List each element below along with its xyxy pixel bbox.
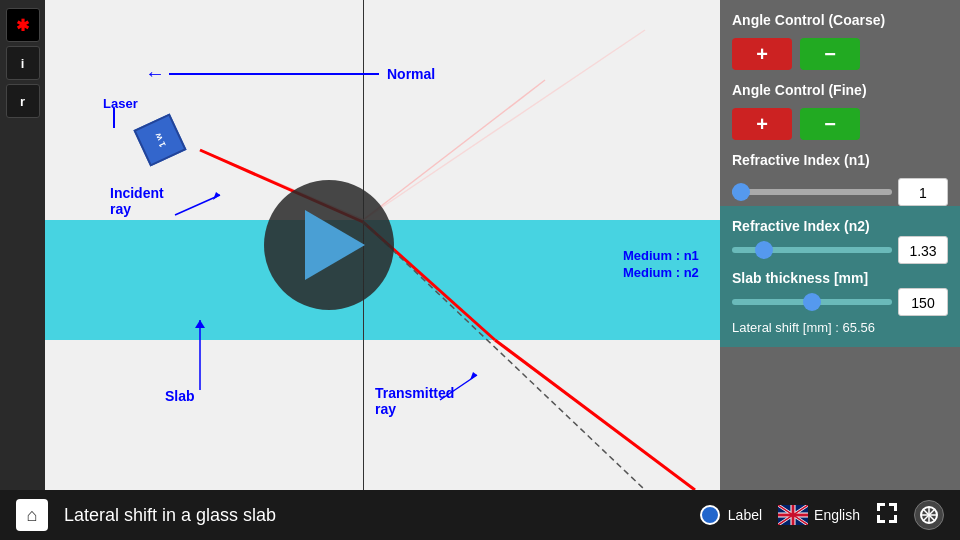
svg-line-7	[175, 195, 220, 215]
n2-label: Refractive Index (n2)	[732, 218, 948, 234]
svg-line-2	[363, 30, 645, 220]
r-button[interactable]: r	[6, 84, 40, 118]
thickness-value: 150	[898, 288, 948, 316]
left-sidebar: ✱ i r	[0, 0, 45, 490]
n2-slider-row: 1.33	[732, 236, 948, 264]
settings-icon	[919, 505, 939, 525]
n1-slider[interactable]	[732, 189, 892, 195]
label-text: Label	[728, 507, 762, 523]
svg-marker-8	[213, 192, 220, 200]
angle-coarse-plus[interactable]: +	[732, 38, 792, 70]
svg-rect-29	[894, 515, 897, 523]
uk-flag-icon	[778, 505, 808, 525]
svg-line-5	[495, 340, 695, 490]
angle-fine-controls: + −	[732, 108, 948, 140]
angle-coarse-label: Angle Control (Coarse)	[732, 12, 948, 28]
svg-line-1	[363, 80, 545, 220]
n1-value: 1	[898, 178, 948, 206]
normal-arrow-group: ← Normal	[145, 62, 435, 85]
angle-coarse-minus[interactable]: −	[800, 38, 860, 70]
svg-rect-23	[877, 503, 880, 511]
laser-button[interactable]: ✱	[6, 8, 40, 42]
n2-section: Refractive Index (n2) 1.33 Slab thicknes…	[720, 206, 960, 347]
label-toggle[interactable]: Label	[700, 505, 762, 525]
app-title: Lateral shift in a glass slab	[64, 505, 684, 526]
thickness-slider[interactable]	[732, 299, 892, 305]
laser-label: Laser	[103, 96, 138, 111]
angle-coarse-controls: + −	[732, 38, 948, 70]
angle-fine-minus[interactable]: −	[800, 108, 860, 140]
language-text: English	[814, 507, 860, 523]
arrow-left-icon: ←	[145, 62, 165, 85]
main-container: ✱ i r ← Normal Laser 1 w	[0, 0, 960, 540]
angle-fine-label: Angle Control (Fine)	[732, 82, 948, 98]
bottom-bar: ⌂ Lateral shift in a glass slab Label En…	[0, 490, 960, 540]
transmitted-ray-label: Transmittedray	[375, 385, 454, 417]
medium-n1-label: Medium : n1	[623, 248, 699, 263]
right-panel: Angle Control (Coarse) + − Angle Control…	[720, 0, 960, 490]
fullscreen-button[interactable]	[876, 502, 898, 529]
play-icon	[305, 210, 365, 280]
simulation-area: ← Normal Laser 1 w	[45, 0, 720, 490]
n1-slider-row: 1	[732, 178, 948, 206]
info-button[interactable]: i	[6, 46, 40, 80]
svg-rect-25	[894, 503, 897, 511]
slab-label: Slab	[165, 388, 195, 404]
svg-marker-12	[470, 372, 477, 380]
lateral-shift-value: Lateral shift [mm] : 65.56	[732, 320, 948, 335]
incident-ray-label: Incidentray	[110, 185, 164, 217]
content-area: ✱ i r ← Normal Laser 1 w	[0, 0, 960, 490]
medium-n2-label: Medium : n2	[623, 265, 699, 280]
svg-rect-27	[877, 515, 880, 523]
label-circle-icon	[700, 505, 720, 525]
settings-button[interactable]	[914, 500, 944, 530]
n2-value: 1.33	[898, 236, 948, 264]
n1-label: Refractive Index (n1)	[732, 152, 948, 168]
laser-arrow-line	[113, 108, 115, 128]
thickness-label: Slab thickness [mm]	[732, 270, 948, 286]
laser-box[interactable]: 1 w	[133, 113, 186, 166]
language-button[interactable]: English	[778, 505, 860, 525]
home-button[interactable]: ⌂	[16, 499, 48, 531]
normal-line-horizontal	[169, 73, 379, 75]
normal-label: Normal	[387, 66, 435, 82]
play-button[interactable]	[264, 180, 394, 310]
angle-fine-plus[interactable]: +	[732, 108, 792, 140]
thickness-slider-row: 150	[732, 288, 948, 316]
fullscreen-icon	[876, 502, 898, 524]
n2-slider[interactable]	[732, 247, 892, 253]
